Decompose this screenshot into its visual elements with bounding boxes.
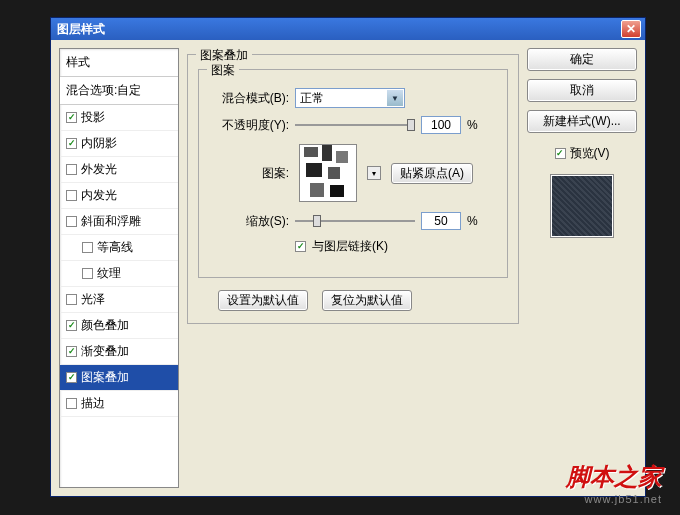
style-item[interactable]: 内发光 bbox=[60, 183, 178, 209]
settings-panel: 图案叠加 图案 混合模式(B): 正常 ▼ 不透明度(Y): bbox=[187, 48, 519, 488]
style-checkbox[interactable] bbox=[66, 138, 77, 149]
blend-options-header[interactable]: 混合选项:自定 bbox=[60, 77, 178, 105]
link-layer-label: 与图层链接(K) bbox=[312, 238, 388, 255]
style-label: 描边 bbox=[81, 395, 105, 412]
ok-button[interactable]: 确定 bbox=[527, 48, 637, 71]
style-label: 内阴影 bbox=[81, 135, 117, 152]
cancel-button[interactable]: 取消 bbox=[527, 79, 637, 102]
style-label: 渐变叠加 bbox=[81, 343, 129, 360]
new-style-button[interactable]: 新建样式(W)... bbox=[527, 110, 637, 133]
style-checkbox[interactable] bbox=[66, 398, 77, 409]
style-checkbox[interactable] bbox=[66, 346, 77, 357]
style-checkbox[interactable] bbox=[66, 320, 77, 331]
snap-origin-button[interactable]: 贴紧原点(A) bbox=[391, 163, 473, 184]
style-label: 纹理 bbox=[97, 265, 121, 282]
opacity-slider[interactable] bbox=[295, 117, 415, 133]
blend-mode-label: 混合模式(B): bbox=[211, 90, 289, 107]
style-label: 光泽 bbox=[81, 291, 105, 308]
chevron-down-icon: ▼ bbox=[387, 90, 403, 106]
style-item[interactable]: 斜面和浮雕 bbox=[60, 209, 178, 235]
scale-input[interactable]: 50 bbox=[421, 212, 461, 230]
preview-label: 预览(V) bbox=[570, 145, 610, 162]
style-checkbox[interactable] bbox=[82, 268, 93, 279]
pattern-fieldset: 图案 混合模式(B): 正常 ▼ 不透明度(Y): 100 bbox=[198, 69, 508, 278]
style-label: 颜色叠加 bbox=[81, 317, 129, 334]
pattern-dropdown-icon[interactable]: ▾ bbox=[367, 166, 381, 180]
blend-mode-value: 正常 bbox=[300, 90, 324, 107]
style-label: 斜面和浮雕 bbox=[81, 213, 141, 230]
styles-list: 样式 混合选项:自定 投影内阴影外发光内发光斜面和浮雕等高线纹理光泽颜色叠加渐变… bbox=[59, 48, 179, 488]
preview-thumbnail bbox=[550, 174, 614, 238]
style-item[interactable]: 等高线 bbox=[60, 235, 178, 261]
link-layer-checkbox[interactable] bbox=[295, 241, 306, 252]
watermark: 脚本之家 www.jb51.net bbox=[566, 461, 662, 505]
style-label: 图案叠加 bbox=[81, 369, 129, 386]
percent-label-2: % bbox=[467, 214, 478, 228]
reset-default-button[interactable]: 复位为默认值 bbox=[322, 290, 412, 311]
style-label: 内发光 bbox=[81, 187, 117, 204]
scale-label: 缩放(S): bbox=[211, 213, 289, 230]
opacity-label: 不透明度(Y): bbox=[211, 117, 289, 134]
action-panel: 确定 取消 新建样式(W)... 预览(V) bbox=[527, 48, 637, 488]
blend-mode-select[interactable]: 正常 ▼ bbox=[295, 88, 405, 108]
style-checkbox[interactable] bbox=[66, 164, 77, 175]
style-checkbox[interactable] bbox=[66, 190, 77, 201]
style-checkbox[interactable] bbox=[66, 216, 77, 227]
style-item[interactable]: 内阴影 bbox=[60, 131, 178, 157]
styles-header: 样式 bbox=[60, 49, 178, 77]
layer-style-dialog: 图层样式 ✕ 样式 混合选项:自定 投影内阴影外发光内发光斜面和浮雕等高线纹理光… bbox=[50, 17, 646, 497]
set-default-button[interactable]: 设置为默认值 bbox=[218, 290, 308, 311]
style-checkbox[interactable] bbox=[66, 294, 77, 305]
style-label: 外发光 bbox=[81, 161, 117, 178]
opacity-input[interactable]: 100 bbox=[421, 116, 461, 134]
watermark-url: www.jb51.net bbox=[566, 493, 662, 505]
style-item[interactable]: 渐变叠加 bbox=[60, 339, 178, 365]
close-button[interactable]: ✕ bbox=[621, 20, 641, 38]
pattern-swatch[interactable] bbox=[299, 144, 357, 202]
scale-slider[interactable] bbox=[295, 213, 415, 229]
pattern-label: 图案: bbox=[211, 165, 289, 182]
pattern-legend: 图案 bbox=[207, 62, 239, 79]
pattern-overlay-group: 图案叠加 图案 混合模式(B): 正常 ▼ 不透明度(Y): bbox=[187, 54, 519, 324]
window-title: 图层样式 bbox=[55, 21, 621, 38]
style-item[interactable]: 纹理 bbox=[60, 261, 178, 287]
style-item[interactable]: 外发光 bbox=[60, 157, 178, 183]
style-checkbox[interactable] bbox=[66, 372, 77, 383]
style-checkbox[interactable] bbox=[82, 242, 93, 253]
percent-label: % bbox=[467, 118, 478, 132]
close-icon: ✕ bbox=[626, 22, 636, 36]
style-item[interactable]: 图案叠加 bbox=[60, 365, 178, 391]
style-item[interactable]: 投影 bbox=[60, 105, 178, 131]
preview-checkbox[interactable] bbox=[555, 148, 566, 159]
style-item[interactable]: 颜色叠加 bbox=[60, 313, 178, 339]
watermark-text: 脚本之家 bbox=[566, 461, 662, 493]
style-checkbox[interactable] bbox=[66, 112, 77, 123]
style-item[interactable]: 光泽 bbox=[60, 287, 178, 313]
style-item[interactable]: 描边 bbox=[60, 391, 178, 417]
titlebar[interactable]: 图层样式 ✕ bbox=[51, 18, 645, 40]
style-label: 投影 bbox=[81, 109, 105, 126]
style-label: 等高线 bbox=[97, 239, 133, 256]
